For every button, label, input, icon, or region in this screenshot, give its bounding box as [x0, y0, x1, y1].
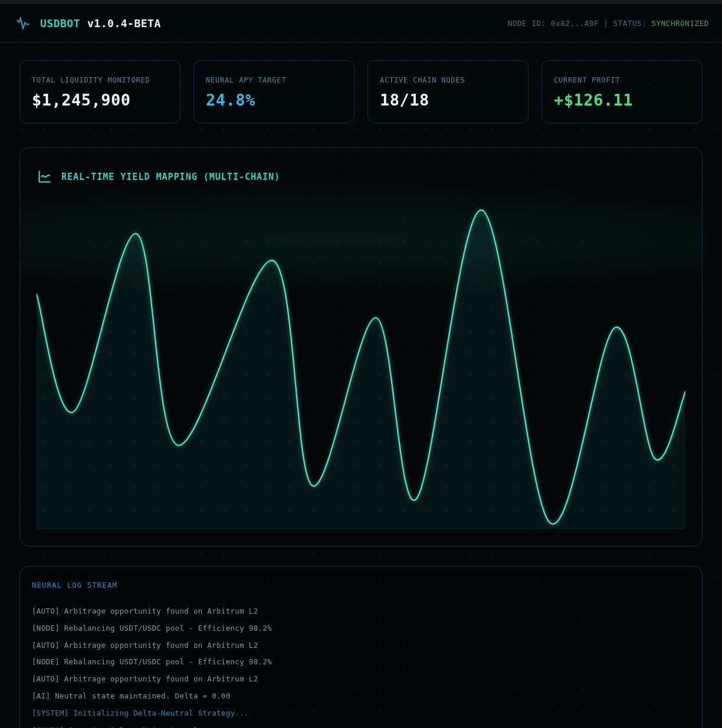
activity-pulse-icon [15, 14, 31, 32]
stat-label: TOTAL LIQUIDITY MONITORED [32, 76, 168, 84]
stat-card-apy: NEURAL APY TARGET 24.8% [193, 60, 355, 123]
log-panel-title: NEURAL LOG STREAM [32, 581, 690, 589]
stat-card-liquidity: TOTAL LIQUIDITY MONITORED $1,245,900 [19, 60, 180, 123]
header: USDBOTv1.0.4-BETA NODE ID: 0x82...A9F | … [0, 4, 722, 42]
log-line: [AUTO] Arbitrage opportunity found on Ar… [32, 671, 690, 688]
stat-value: $1,245,900 [32, 91, 168, 109]
stat-card-nodes: ACTIVE CHAIN NODES 18/18 [367, 60, 529, 123]
chart-area [37, 193, 685, 529]
stat-value: +$126.11 [554, 91, 690, 109]
stat-value: 24.8% [206, 91, 342, 109]
log-panel: NEURAL LOG STREAM [AUTO] Arbitrage oppor… [19, 566, 703, 728]
yield-chart-panel: REAL-TIME YIELD MAPPING (MULTI-CHAIN) [19, 147, 703, 546]
log-line: [NODE] Rebalancing USDT/USDC pool - Effi… [32, 654, 690, 671]
log-line: [SYSTEM] Initializing Delta-Neutral Stra… [32, 705, 690, 722]
log-line: [AUTO] Arbitrage opportunity found on Ar… [32, 637, 690, 654]
app-name: USDBOT [40, 17, 80, 29]
app-version: v1.0.4-BETA [87, 17, 161, 29]
stat-card-profit: CURRENT PROFIT +$126.11 [542, 60, 703, 123]
stat-label: CURRENT PROFIT [554, 76, 690, 84]
log-line: [NODE] Rebalancing USDT/USDC pool - Effi… [32, 620, 690, 637]
log-lines: [AUTO] Arbitrage opportunity found on Ar… [32, 603, 690, 728]
log-line: [AUTO] Arbitrage opportunity found on Ar… [32, 603, 690, 620]
app-title: USDBOTv1.0.4-BETA [40, 17, 161, 29]
main-content: TOTAL LIQUIDITY MONITORED $1,245,900 NEU… [0, 42, 722, 728]
node-status: NODE ID: 0x82...A9F | STATUS: SYNCHRONIZ… [508, 19, 709, 28]
chart-area-fill [37, 210, 685, 529]
stat-value: 18/18 [380, 91, 516, 109]
chart-line-icon [37, 169, 52, 185]
log-line: [CHAIN] Scanning Solana Mainnet pools... [32, 722, 690, 728]
yield-chart-svg [37, 193, 685, 529]
top-strip [0, 0, 722, 4]
node-id-label: NODE ID: 0x82...A9F | STATUS: [508, 19, 652, 28]
stat-label: NEURAL APY TARGET [206, 76, 342, 84]
status-badge: SYNCHRONIZED [651, 19, 709, 28]
chart-title: REAL-TIME YIELD MAPPING (MULTI-CHAIN) [61, 172, 280, 182]
stat-label: ACTIVE CHAIN NODES [380, 76, 516, 84]
log-line: [AI] Neutral state maintained. Delta = 0… [32, 688, 690, 705]
stats-row: TOTAL LIQUIDITY MONITORED $1,245,900 NEU… [19, 60, 703, 123]
chart-panel-header: REAL-TIME YIELD MAPPING (MULTI-CHAIN) [37, 169, 685, 185]
